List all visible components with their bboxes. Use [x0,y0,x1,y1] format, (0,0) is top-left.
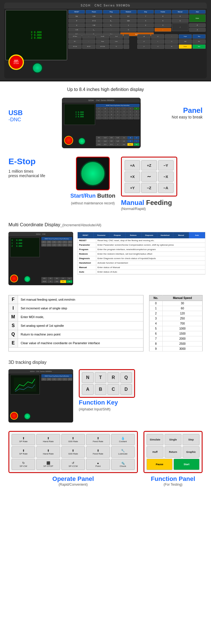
function-key-title: Function Key [79,399,118,406]
op-cell-lubricate[interactable]: 🔧Lubricate [111,446,135,458]
coord-green-btn [24,276,31,282]
brand-label: SZGH [81,4,91,7]
fp-cell-start[interactable]: Start [174,459,199,470]
section-estop: E-Stop 1 million times press mechanical … [0,154,211,219]
function-key-box: NTRQABCD [79,369,135,398]
op-cell-sp-cw[interactable]: ↻SP-CW [12,459,35,470]
manual-key-4: ∼ [141,172,157,182]
coord-table-row: RedeemEnter the redeem interface, set to… [78,252,205,256]
coord-emergency [10,275,18,282]
manual-feeding-sub: (Normal/Rapid) [121,207,146,211]
fkey-row: ISet increment value of single step [9,304,143,313]
function-key-A[interactable]: A [82,384,94,395]
tracking-controller: SZGH CNC Series 990MDb RESET Param Prog … [8,369,73,423]
manual-feeding-box: +A+Z−Y+X∼−X+Y−Z−A [121,157,177,197]
op-cell-coolant[interactable]: 💧Coolant [111,434,135,445]
function-key-N[interactable]: N [82,372,94,383]
coord-top-btn-manual[interactable]: Manual [173,232,189,238]
model-label: CNC Series 990MDb [95,4,130,7]
fp-cell-pause[interactable]: Pause [147,459,172,470]
usb-label: USB [8,109,37,117]
manual-key-6: +Y [125,183,140,193]
section-3d-tracking: 3D tracking display SZGH CNC Series 990M… [0,356,211,427]
fkey-row: SSet analog speed of 1st spindle [9,321,143,330]
coord-controller: SZGH CNC X 0.000 Y 0.000 Z 0.000 RESET P… [8,232,73,285]
fkey-row: EClear value of machine coordiante on Pa… [9,339,143,348]
coord-table-row: AutoEnter status of Auto [78,270,205,274]
panel-label: Panel [166,106,203,115]
function-key-D[interactable]: D [120,384,132,395]
function-key-sub: (Alphabet Input/Shift) [79,407,111,411]
fp-cell-huff[interactable]: Huff [147,446,163,458]
coord-top-btn-handwheel[interactable]: Handwheel [157,232,173,238]
coord-top-btn-parameter[interactable]: Parameter [94,232,110,238]
fp-cell-step[interactable]: Step [183,434,199,445]
startrun-label: Start/Run Button [70,193,115,199]
coord-top-btn-auto[interactable]: Auto [189,232,205,238]
op-cell-sp-ccw[interactable]: ↺SP-CCW [61,459,85,470]
start-run-button[interactable] [32,63,43,73]
coord-table-row: ProgramEnter the program interface, new/… [78,247,205,252]
usb-sub-label: -DNC [8,117,37,123]
manual-key-7: −Z [141,183,157,193]
function-key-Q[interactable]: Q [120,372,132,383]
fp-cell-simulate[interactable]: Simulate [147,434,163,445]
speed-row: 4700 [149,321,203,326]
section-multi-coordinate: Multi Coordinate Display_(Increment/Abso… [0,219,211,291]
op-cell-hand-rate[interactable]: ⬆Hand Rate [36,434,60,445]
section-84-title: Up to 8.4 inches high definition display [8,87,203,92]
speed-row: 030 [149,301,203,306]
coord-table-row: HandwheelActivate function of handwheel [78,261,205,265]
function-panel-box: SimulateSingleStep HuffReturnGraphic Pau… [143,431,203,473]
fp-cell-graphic[interactable]: Graphic [183,446,199,458]
speed-row: 160 [149,306,203,311]
op-cell-feed-rate[interactable]: ⬆Feed Rate [86,434,110,445]
operate-panel-section: ⬆SP Rate⬆Hand Rate⬆G00 Rate⬆Feed Rate💧Co… [8,431,138,487]
op-cell-hand-rate[interactable]: ⬆Hand Rate [36,446,60,458]
function-key-B[interactable]: B [95,384,107,395]
function-panel-section: SimulateSingleStep HuffReturnGraphic Pau… [143,431,203,487]
big-estop-box [76,157,110,190]
mini-emergency-stop [64,136,73,145]
big-green-button[interactable] [80,161,106,186]
function-key-C[interactable]: C [107,384,119,395]
speed-row: 3250 [149,316,203,321]
manual-key-5: −X [158,172,174,182]
manual-feeding-label: Manual Feeding [121,199,172,207]
speed-row: 51000 [149,326,203,331]
coord-top-btn-program[interactable]: Program [109,232,125,238]
fp-cell-return[interactable]: Return [165,446,181,458]
speed-row: 61500 [149,331,203,336]
top-controller-image: SZGH CNC Series 990MDb X 0.000 Y 0.000 Z… [0,0,211,81]
function-panel-sub: (For Testing) [143,483,203,487]
fp-cell-single[interactable]: Single [165,434,181,445]
tracking-green [24,413,31,420]
emergency-stop-button[interactable]: EMERGENCYS T O P [8,54,24,70]
speed-row: 72000 [149,336,203,341]
op-cell-sp-stop[interactable]: ⬛SP-STOP [36,459,60,470]
coord-top-btn-diagnosis[interactable]: Diagnosis [142,232,158,238]
op-cell-feed-rate[interactable]: ⬆Feed Rate [86,446,110,458]
estop-desc1: 1 million times [8,169,65,173]
op-cell-sp-rate[interactable]: ⬆SP Rate [12,434,35,445]
speed-row: 93000 [149,346,203,351]
op-cell-g00-rate[interactable]: ⬆G00 Rate [61,434,85,445]
op-cell-g00-rate[interactable]: ⬆G00 Rate [61,446,85,458]
coord-table-row: DiagnosisEnter Diagnosis screen for chec… [78,256,205,261]
speed-table-container: No. Manual Speed 03016021203250470051000… [149,295,203,351]
section-function-keys: FSet manual feeding speed, unit:mm/minIS… [0,291,211,356]
coord-top-btn-reset[interactable]: RESET [78,232,94,238]
estop-title: E-Stop [8,157,65,166]
operate-panel-box: ⬆SP Rate⬆Hand Rate⬆G00 Rate⬆Feed Rate💧Co… [8,431,138,473]
function-key-T[interactable]: T [95,372,107,383]
top-keypad: RESET Param Prog Redeem Disp Handw Manua… [68,10,206,32]
op-cell-chuck[interactable]: 🔩Chuck [111,459,135,470]
coord-top-btn-redeem[interactable]: Redeem [125,232,142,238]
coord-table-row: ParameterEnter Parameter screen/Screw Co… [78,243,205,247]
op-cell-point[interactable]: ●Point [86,459,110,470]
fkey-row: FSet manual feeding speed, unit:mm/min [9,295,143,304]
op-cell-sp-rate[interactable]: ⬆SP Rate [12,446,35,458]
coord-info-panel: RESETParameterProgramRedeemDiagnosisHand… [77,232,205,275]
function-key-R[interactable]: R [107,372,119,383]
coord-table-row: RESETReset key, CNC reset, stop of the f… [78,238,205,243]
